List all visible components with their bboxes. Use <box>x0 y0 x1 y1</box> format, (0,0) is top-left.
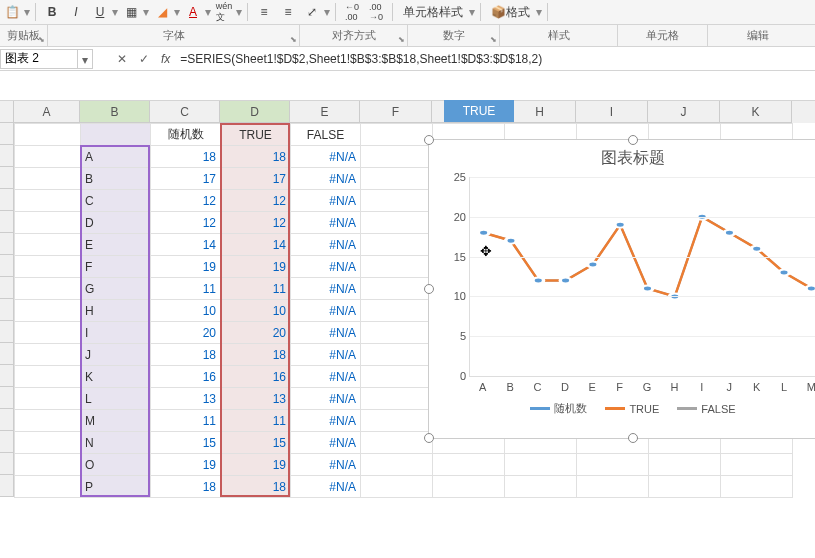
enter-icon[interactable]: ✓ <box>133 52 155 66</box>
ribbon-groups: 剪贴板⬊ 字体⬊ 对齐方式⬊ 数字⬊ 样式 单元格 编辑 <box>0 25 815 47</box>
align-top-button[interactable]: ≡ <box>254 2 274 22</box>
dropdown-icon[interactable]: ▾ <box>205 5 212 19</box>
align-middle-button[interactable]: ≡ <box>278 2 298 22</box>
column-header[interactable]: F <box>360 101 432 123</box>
row-header[interactable] <box>0 321 14 343</box>
chart-marker[interactable] <box>642 285 653 291</box>
dropdown-icon[interactable]: ▾ <box>143 5 150 19</box>
chart-marker[interactable] <box>478 230 489 236</box>
row-header[interactable] <box>0 343 14 365</box>
chart-marker[interactable] <box>506 238 517 244</box>
row-header[interactable] <box>0 123 14 145</box>
fx-icon[interactable]: fx <box>161 52 170 66</box>
cell-styles-button[interactable]: 单元格样式 <box>399 2 467 22</box>
x-tick-label: J <box>716 377 743 393</box>
row-header[interactable] <box>0 145 14 167</box>
select-all-corner[interactable] <box>0 101 14 123</box>
column-header[interactable]: J <box>648 101 720 123</box>
name-box-dropdown[interactable]: ▾ <box>78 49 93 69</box>
x-tick-label: L <box>770 377 797 393</box>
row-header[interactable] <box>0 233 14 255</box>
dropdown-icon[interactable]: ▾ <box>24 5 31 19</box>
resize-handle[interactable] <box>424 284 434 294</box>
chart-marker[interactable] <box>615 222 626 228</box>
dropdown-icon[interactable]: ▾ <box>536 5 543 19</box>
chart-object[interactable]: 图表标题 0510152025 ABCDEFGHIJKLM 随机数TRUEFAL… <box>428 139 815 439</box>
x-tick-label: B <box>496 377 523 393</box>
row-header[interactable] <box>0 475 14 497</box>
true-badge-cell[interactable]: TRUE <box>444 100 514 122</box>
dropdown-icon[interactable]: ▾ <box>324 5 331 19</box>
column-header[interactable]: K <box>720 101 792 123</box>
dropdown-icon[interactable]: ▾ <box>236 5 243 19</box>
underline-button[interactable]: U <box>90 2 110 22</box>
resize-handle[interactable] <box>424 135 434 145</box>
resize-handle[interactable] <box>424 433 434 443</box>
resize-handle[interactable] <box>628 135 638 145</box>
row-header[interactable] <box>0 277 14 299</box>
row-header[interactable] <box>0 387 14 409</box>
x-tick-label: D <box>551 377 578 393</box>
phonetic-button[interactable]: wén文 <box>214 2 234 22</box>
cancel-icon[interactable]: ✕ <box>111 52 133 66</box>
row-header[interactable] <box>0 299 14 321</box>
x-tick-label: M <box>798 377 815 393</box>
chart-title[interactable]: 图表标题 <box>429 140 815 173</box>
increase-decimal-button[interactable]: .00→0 <box>366 2 386 22</box>
dropdown-icon[interactable]: ▾ <box>112 5 119 19</box>
column-header[interactable]: D <box>220 101 290 123</box>
chart-marker[interactable] <box>779 270 790 276</box>
name-box[interactable]: 图表 2 <box>0 49 78 69</box>
x-axis: ABCDEFGHIJKLM <box>469 377 815 393</box>
legend-item[interactable]: 随机数 <box>530 401 587 416</box>
row-header[interactable] <box>0 167 14 189</box>
column-header[interactable]: E <box>290 101 360 123</box>
chart-marker[interactable] <box>588 262 599 268</box>
row-header[interactable] <box>0 255 14 277</box>
plot-area[interactable]: 0510152025 <box>469 177 815 377</box>
italic-button[interactable]: I <box>66 2 86 22</box>
row-header[interactable] <box>0 365 14 387</box>
legend-item[interactable]: TRUE <box>605 401 659 416</box>
x-tick-label: C <box>524 377 551 393</box>
format-button[interactable]: 📦 格式 <box>487 2 534 22</box>
bold-button[interactable]: B <box>42 2 62 22</box>
column-header[interactable]: A <box>14 101 80 123</box>
dialog-launcher-icon[interactable]: ⬊ <box>38 35 45 44</box>
chart-marker[interactable] <box>751 246 762 252</box>
row-header[interactable] <box>0 189 14 211</box>
chart-marker[interactable] <box>560 277 571 283</box>
chart-legend[interactable]: 随机数TRUEFALSE <box>429 393 815 416</box>
column-header[interactable]: H <box>504 101 576 123</box>
fill-color-button[interactable]: ◢ <box>152 2 172 22</box>
column-header[interactable]: B <box>80 101 150 123</box>
border-button[interactable]: ▦ <box>121 2 141 22</box>
row-header[interactable] <box>0 431 14 453</box>
resize-handle[interactable] <box>628 433 638 443</box>
dialog-launcher-icon[interactable]: ⬊ <box>290 35 297 44</box>
chart-marker[interactable] <box>533 277 544 283</box>
chart-marker[interactable] <box>724 230 735 236</box>
formula-input[interactable]: =SERIES(Sheet1!$D$2,Sheet1!$B$3:$B$18,Sh… <box>176 52 815 66</box>
row-header[interactable] <box>0 453 14 475</box>
dialog-launcher-icon[interactable]: ⬊ <box>490 35 497 44</box>
dropdown-icon[interactable]: ▾ <box>174 5 181 19</box>
y-tick-label: 10 <box>442 290 466 302</box>
column-header[interactable]: C <box>150 101 220 123</box>
row-header[interactable] <box>0 409 14 431</box>
dialog-launcher-icon[interactable]: ⬊ <box>398 35 405 44</box>
legend-item[interactable]: FALSE <box>677 401 735 416</box>
table-row[interactable]: P1818#N/A <box>15 476 793 498</box>
group-align: 对齐方式 <box>332 28 376 43</box>
x-tick-label: E <box>579 377 606 393</box>
row-header[interactable] <box>0 211 14 233</box>
column-header[interactable]: I <box>576 101 648 123</box>
clipboard-icon[interactable]: 📋 <box>2 2 22 22</box>
orientation-button[interactable]: ⤢ <box>302 2 322 22</box>
font-color-button[interactable]: A <box>183 2 203 22</box>
table-row[interactable]: O1919#N/A <box>15 454 793 476</box>
chart-marker[interactable] <box>806 285 815 291</box>
x-tick-label: G <box>633 377 660 393</box>
dropdown-icon[interactable]: ▾ <box>469 5 476 19</box>
decrease-decimal-button[interactable]: ←0.00 <box>342 2 362 22</box>
